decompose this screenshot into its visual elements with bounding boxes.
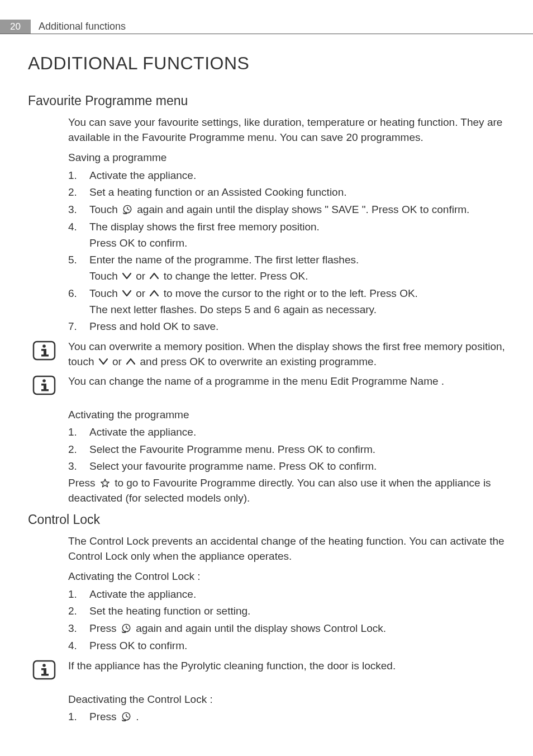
- step-text: Press again and again until the display …: [89, 621, 505, 637]
- hand-clock-icon: [122, 202, 133, 219]
- deactivating-lock-subheading: Deactivating the Control Lock :: [68, 692, 505, 707]
- ok-label: OK: [163, 320, 178, 332]
- page-number: 20: [0, 20, 31, 34]
- step-text: Set a heating function or an Assisted Co…: [89, 185, 505, 201]
- header-section-title: Additional functions: [31, 20, 134, 34]
- saving-steps-list: 1. Activate the appliance. 2. Set a heat…: [68, 168, 505, 335]
- list-item: 5. Enter the name of the programme. The …: [68, 252, 505, 285]
- down-arrow-icon: [98, 355, 108, 370]
- text-fragment: to confirm.: [323, 443, 375, 455]
- text-fragment: again and again until the display shows …: [133, 622, 386, 634]
- section-heading-control-lock: Control Lock: [28, 511, 505, 528]
- info-text: You can overwrite a memory position. Whe…: [68, 339, 505, 370]
- ok-label: OK: [290, 270, 305, 282]
- step-text: Activate the appliance.: [89, 587, 505, 603]
- text-fragment: Press and hold: [89, 320, 163, 332]
- press-star-paragraph: Press to go to Favourite Programme direc…: [68, 476, 505, 506]
- up-arrow-icon: [149, 286, 159, 302]
- step-text: Touch again and again until the display …: [89, 202, 505, 218]
- main-heading: ADDITIONAL FUNCTIONS: [28, 51, 505, 76]
- text-fragment: again and again until the display shows …: [134, 204, 402, 215]
- text-fragment: .: [415, 287, 418, 299]
- lock-deactivating-steps-list: 1. Press .: [68, 709, 505, 725]
- text-fragment: to move the cursor to the right or to th…: [160, 287, 399, 299]
- step-number: 4.: [68, 638, 89, 654]
- text-fragment: Press: [89, 711, 120, 722]
- info-text: If the appliance has the Pyrolytic clean…: [68, 659, 505, 674]
- info-note: You can overwrite a memory position. Whe…: [28, 339, 505, 370]
- text-fragment: Touch: [89, 270, 121, 282]
- step-number: 3.: [68, 459, 89, 475]
- list-item: 2. Set the heating function or setting.: [68, 603, 505, 620]
- text-fragment: The display shows the first free memory …: [89, 221, 320, 233]
- list-item: 1. Press .: [68, 709, 505, 725]
- up-arrow-icon: [149, 268, 159, 285]
- step-number: 1.: [68, 587, 89, 603]
- saving-subheading: Saving a programme: [68, 150, 505, 166]
- step-text: Select your favourite programme name. Pr…: [89, 459, 505, 475]
- list-item: 3. Touch again and again until the displ…: [68, 202, 505, 218]
- text-fragment: Press: [89, 622, 120, 634]
- ok-label: OK: [309, 460, 324, 472]
- intro-paragraph: You can save your favourite settings, li…: [68, 115, 505, 145]
- step-text: Set the heating function or setting.: [89, 603, 505, 620]
- list-item: 4. The display shows the first free memo…: [68, 219, 505, 251]
- step-number: 3.: [68, 202, 89, 218]
- list-item: 2. Set a heating function or an Assisted…: [68, 185, 505, 201]
- step-number: 4.: [68, 219, 89, 235]
- step-text: Select the Favourite Programme menu. Pre…: [89, 442, 505, 458]
- step-number: 1.: [68, 709, 89, 725]
- info-note: You can change the name of a programme i…: [28, 374, 505, 395]
- list-item: 1. Activate the appliance.: [68, 424, 505, 441]
- list-item: 4. Press OK to confirm.: [68, 638, 505, 654]
- step-number: 2.: [68, 442, 89, 458]
- step-text: The display shows the first free memory …: [89, 219, 505, 251]
- text-fragment: Touch: [89, 287, 121, 299]
- star-icon: [99, 476, 111, 492]
- text-fragment: to go to Favourite Programme directly. Y…: [68, 477, 491, 504]
- text-fragment: to confirm.: [417, 204, 469, 215]
- activating-steps-list: 1. Activate the appliance. 2. Select the…: [68, 424, 505, 475]
- ok-label: OK: [402, 204, 417, 215]
- text-fragment: or: [133, 270, 148, 282]
- step-number: 3.: [68, 621, 89, 637]
- text-fragment: or: [133, 287, 148, 299]
- step-text: Activate the appliance.: [89, 424, 505, 441]
- step-number: 7.: [68, 319, 89, 335]
- list-item: 6. Touch or to move the cursor to the ri…: [68, 286, 505, 318]
- ok-label: OK: [308, 443, 323, 455]
- text-fragment: and press: [137, 356, 189, 367]
- info-icon: [32, 341, 56, 361]
- text-fragment: Enter the name of the programme. The fir…: [89, 254, 359, 266]
- step-number: 5.: [68, 252, 89, 268]
- text-fragment: Select the Favourite Programme menu. Pre…: [89, 443, 308, 455]
- hand-clock-icon: [121, 710, 132, 726]
- hand-clock-icon: [121, 621, 132, 637]
- text-fragment: Press: [89, 237, 120, 249]
- list-item: 7. Press and hold OK to save.: [68, 319, 505, 335]
- list-item: 1. Activate the appliance.: [68, 587, 505, 603]
- header-bar: 20 Additional functions: [0, 20, 533, 34]
- ok-label: OK: [120, 640, 135, 651]
- step-number: 2.: [68, 603, 89, 620]
- info-text: You can change the name of a programme i…: [68, 374, 505, 389]
- text-fragment: The next letter flashes. Do steps 5 and …: [89, 304, 377, 315]
- info-note: If the appliance has the Pyrolytic clean…: [28, 659, 505, 680]
- text-fragment: to confirm.: [324, 460, 377, 472]
- down-arrow-icon: [122, 286, 132, 302]
- text-fragment: to confirm.: [135, 640, 187, 651]
- info-icon: [32, 375, 56, 395]
- text-fragment: to overwrite an existing programme.: [205, 356, 377, 367]
- section-heading-favourite: Favourite Programme menu: [28, 92, 505, 110]
- info-icon: [32, 660, 56, 680]
- activating-subheading: Activating the programme: [68, 408, 505, 423]
- up-arrow-icon: [126, 355, 136, 370]
- step-number: 2.: [68, 185, 89, 201]
- step-text: Press OK to confirm.: [89, 638, 505, 654]
- down-arrow-icon: [122, 268, 132, 285]
- step-number: 1.: [68, 424, 89, 441]
- step-text: Press and hold OK to save.: [89, 319, 505, 335]
- text-fragment: to save.: [178, 320, 218, 332]
- list-item: 1. Activate the appliance.: [68, 168, 505, 184]
- text-fragment: .: [133, 711, 139, 722]
